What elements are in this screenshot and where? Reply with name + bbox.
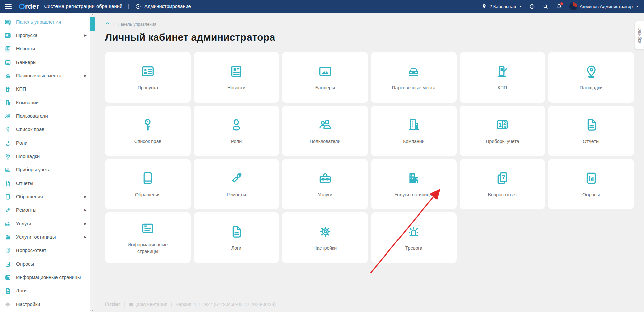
card-logs[interactable]: Логи [194,212,279,263]
card-sites[interactable]: Площадки [548,52,634,103]
card-passes[interactable]: Пропуска [105,52,191,103]
top-navbar: rder Система регистрации обращений Админ… [0,0,644,13]
book-icon [140,170,155,186]
car-icon [4,72,11,79]
sidebar-item-companies[interactable]: Компании ▶ [0,96,95,109]
key-icon [140,117,155,132]
checkpoint-icon [495,64,510,79]
chevron-down-icon [519,6,522,7]
card-hotel-services[interactable]: Услуги гостиницы [371,159,457,209]
breadcrumb-separator: | [113,22,114,26]
user-menu[interactable]: Админов Администратор [569,2,639,10]
search-button[interactable] [542,3,549,10]
sidebar-item-banners[interactable]: Баннеры ▶ [0,55,95,69]
card-news[interactable]: Новости [194,52,279,103]
card-meters[interactable]: 125 Приборы учёта [460,106,545,156]
footer-separator: | [171,302,172,307]
meter-icon: 125 [4,166,11,173]
sidebar-item-settings[interactable]: Настройки ▶ [0,298,95,311]
sidebar-item-rights[interactable]: Список прав ▶ [0,123,95,136]
document-icon [229,224,244,239]
hotel-icon [4,234,11,241]
scrollbar-thumb[interactable] [90,17,95,31]
page-title: Личный кабинет администратора [105,32,634,43]
idcard-icon [140,64,155,79]
sidebar-item-roles[interactable]: Роли ▶ [0,136,95,150]
sidebar-item-surveys[interactable]: Опросы ▶ [0,257,95,271]
card-companies[interactable]: Компании [371,106,457,156]
card-qa[interactable]: ? Вопрос-ответ [460,159,545,209]
meter-icon: 125 [495,117,510,132]
admin-section-icon [135,3,141,10]
svg-text:5: 5 [503,125,506,130]
user-name: Админов Администратор [580,4,633,9]
newspaper-icon [229,64,244,79]
info-button[interactable] [529,3,535,10]
card-alarm[interactable]: Тревога [371,212,457,263]
hamburger-menu-icon[interactable] [3,2,13,11]
idcard-icon [4,32,11,39]
sidebar-item-meters[interactable]: 125 Приборы учёта ▶ [0,163,95,177]
scroll-up-arrow[interactable]: ▲ [90,13,95,16]
sidebar-item-dashboard[interactable]: Панель управления ▶ [0,15,95,29]
sidebar-item-parking[interactable]: Парковочные места ▶ [0,69,95,82]
sidebar-item-checkpoint[interactable]: КПП ▶ [0,82,95,96]
sidebar-item-services[interactable]: Услуги ▶ [0,217,95,230]
chevron-down-icon [636,6,639,7]
notification-badge [560,2,563,5]
error-report-tab[interactable]: Ошибка [635,21,644,50]
card-roles[interactable]: Роли [194,106,279,156]
sidebar-item-reports[interactable]: Отчёты ▶ [0,177,95,190]
card-info-pages[interactable]: Информационные страницы [105,212,191,263]
header-divider [128,4,129,9]
card-repairs[interactable]: Ремонты [194,159,279,209]
book-icon [128,302,134,307]
sidebar-item-passes[interactable]: Пропуска ▶ [0,29,95,42]
qa-icon: ? [495,170,510,186]
navbar-right: 2 Кабельная Админов Администратор [481,2,639,10]
breadcrumb: | Панель управления [105,22,634,27]
sidebar-item-requests[interactable]: Обращения ▶ [0,190,95,203]
sidebar-menu: Панель управления ▶ Пропуска ▶ Новости ▶… [0,15,95,311]
brand-logo[interactable]: rder [19,2,39,10]
scroll-down-arrow[interactable]: ▼ [90,309,95,311]
pin-icon [583,64,599,79]
chevron-right-icon: ▶ [84,74,87,77]
key-icon [4,126,11,133]
sidebar-item-info-pages[interactable]: Информационные страницы ▶ [0,271,95,284]
documentation-link[interactable]: Документация [128,302,167,307]
notifications-button[interactable] [556,3,562,10]
sidebar-item-news[interactable]: Новости ▶ [0,42,95,55]
svg-text:?: ? [502,173,505,181]
sidebar-item-sites[interactable]: Площадки ▶ [0,150,95,163]
survey-icon [4,261,11,268]
card-surveys[interactable]: Опросы [548,159,634,209]
home-icon[interactable] [105,22,110,27]
sidebar-item-users[interactable]: Пользователи ▶ [0,109,95,123]
card-requests[interactable]: Обращения [105,159,191,209]
infopages-icon [140,221,155,236]
card-services[interactable]: Услуги [282,159,368,209]
location-label: 2 Кабельная [490,4,516,9]
card-rights[interactable]: Список прав [105,106,191,156]
section-administration[interactable]: Администрирование [135,3,191,10]
newspaper-icon [4,45,11,52]
sidebar-item-hotel-services[interactable]: Услуги гостиницы ▶ [0,230,95,244]
survey-icon [583,170,599,186]
sidebar-item-repairs[interactable]: Ремонты ▶ [0,203,95,217]
card-settings[interactable]: Настройки [282,212,368,263]
card-parking[interactable]: Парковочные места [371,52,457,103]
card-checkpoint[interactable]: КПП [460,52,545,103]
sidebar-scrollbar[interactable]: ▲ ▼ [90,13,95,312]
location-selector[interactable]: 2 Кабельная [481,3,522,10]
screwdriver-icon [229,170,244,186]
chevron-right-icon: ▶ [84,222,87,225]
sidebar-item-qa[interactable]: ? Вопрос-ответ ▶ [0,244,95,257]
card-reports[interactable]: Отчёты [548,106,634,156]
card-banners[interactable]: Баннеры [282,52,368,103]
siren-icon [406,224,421,239]
location-pin-icon [481,3,487,10]
svg-text:5: 5 [8,170,10,172]
sidebar-item-logs[interactable]: Логи ▶ [0,284,95,298]
card-users[interactable]: Пользователи [282,106,368,156]
